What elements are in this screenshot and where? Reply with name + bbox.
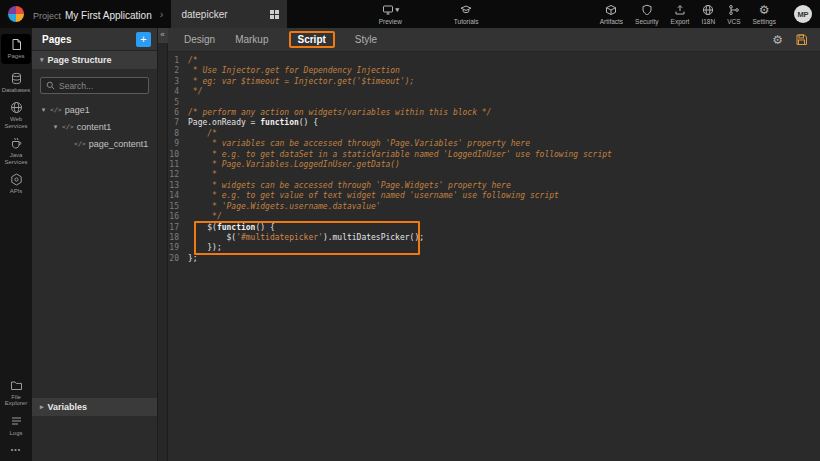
chevron-down-icon[interactable]: ▾ <box>40 106 47 114</box>
widget-code-icon: </> <box>74 140 86 148</box>
artifacts-button[interactable]: Artifacts <box>600 4 623 25</box>
chevron-down-icon[interactable]: ▾ <box>52 123 59 131</box>
widget-code-icon: </> <box>62 123 74 131</box>
i18n-label: I18N <box>701 18 715 25</box>
logs-icon <box>10 415 23 428</box>
variables-header[interactable]: ▸ Variables <box>32 398 157 417</box>
export-button[interactable]: Export <box>671 4 690 25</box>
tree-item-label: page_content1 <box>89 139 149 149</box>
security-button[interactable]: Security <box>635 4 658 25</box>
sidebar-item-java-services[interactable]: Java Services <box>1 137 31 165</box>
line-number: 17 <box>168 223 188 233</box>
code-line[interactable]: 1/* <box>168 56 820 66</box>
preview-button[interactable]: ▾ Preview <box>379 4 402 25</box>
code-line[interactable]: 9 * variables can be accessed through 'P… <box>168 139 820 149</box>
tutorials-label: Tutorials <box>454 18 479 25</box>
page-structure-header[interactable]: ▾ Page Structure <box>32 51 157 70</box>
sidebar-item-apis[interactable]: APIs <box>1 173 31 195</box>
line-number: 1 <box>168 56 188 66</box>
tree-item-content1[interactable]: ▾ </> content1 <box>32 118 157 135</box>
code-line[interactable]: 10 * e.g. to get dataSet in a staticVari… <box>168 150 820 160</box>
code-line[interactable]: 12 * <box>168 170 820 180</box>
code-line[interactable]: 13 * widgets can be accessed through 'Pa… <box>168 181 820 191</box>
tab-markup[interactable]: Markup <box>235 34 268 45</box>
tab-design[interactable]: Design <box>184 34 215 45</box>
widget-code-icon: </> <box>50 106 62 114</box>
folder-icon <box>10 379 23 392</box>
avatar[interactable]: MP <box>794 5 812 23</box>
code-line[interactable]: 15 * 'Page.Widgets.username.datavalue' <box>168 202 820 212</box>
artifacts-icon <box>605 4 617 16</box>
line-number: 8 <box>168 129 188 139</box>
rail-label: File Explorer <box>1 394 31 407</box>
web-services-icon <box>10 101 23 114</box>
line-number: 16 <box>168 212 188 222</box>
security-label: Security <box>635 18 658 25</box>
artifacts-label: Artifacts <box>600 18 623 25</box>
line-number: 4 <box>168 87 188 97</box>
vcs-button[interactable]: VCS <box>727 4 740 25</box>
add-page-button[interactable]: + <box>136 32 151 47</box>
tutorials-button[interactable]: Tutorials <box>454 4 479 25</box>
grid-icon[interactable] <box>270 10 279 19</box>
rail-label: Pages <box>7 53 24 60</box>
page-tab-label: datepicker <box>181 9 227 20</box>
save-icon[interactable] <box>795 33 808 46</box>
code-line[interactable]: 8 /* <box>168 129 820 139</box>
tree-item-label: page1 <box>65 105 90 115</box>
tab-script[interactable]: Script <box>289 31 335 48</box>
code-line[interactable]: 16 */ <box>168 212 820 222</box>
sidebar-item-databases[interactable]: Databases <box>1 72 31 94</box>
code-line[interactable]: 19 }); <box>168 243 820 253</box>
pages-panel-header: Pages + <box>32 28 157 51</box>
tab-style[interactable]: Style <box>355 34 377 45</box>
editor-settings-gear-icon[interactable]: ⚙ <box>772 34 783 46</box>
code-line[interactable]: 6/* perform any action on widgets/variab… <box>168 108 820 118</box>
sidebar-item-web-services[interactable]: Web Services <box>1 101 31 129</box>
security-shield-icon <box>641 4 653 16</box>
left-rail: Pages Databases Web Services Java Servic… <box>0 28 32 461</box>
sidebar-item-logs[interactable]: Logs <box>1 415 31 437</box>
project-name: My First Application <box>65 10 152 21</box>
breadcrumb-chevron-icon: › <box>160 8 164 20</box>
code-line[interactable]: 7Page.onReady = function() { <box>168 118 820 128</box>
panel-bottom-spacer <box>32 417 157 461</box>
database-icon <box>10 72 23 85</box>
i18n-button[interactable]: I18N <box>701 4 715 25</box>
tree-item-page-content1[interactable]: </> page_content1 <box>32 135 157 152</box>
main-area: Pages Databases Web Services Java Servic… <box>0 28 820 461</box>
wavemaker-logo[interactable] <box>8 6 24 22</box>
pages-panel: Pages + ▾ Page Structure ▾ </> page1 ▾ <… <box>32 28 158 461</box>
rail-label: Databases <box>2 87 31 94</box>
script-code-editor[interactable]: 1/*2 * Use Injector.get for Dependency I… <box>168 52 820 461</box>
pages-icon <box>10 38 23 51</box>
java-services-icon <box>10 137 23 150</box>
sidebar-item-file-explorer[interactable]: File Explorer <box>1 379 31 407</box>
code-line[interactable]: 17 $(function() { <box>168 223 820 233</box>
settings-button[interactable]: ⚙ Settings <box>753 4 777 25</box>
vcs-label: VCS <box>727 18 740 25</box>
tree-item-page1[interactable]: ▾ </> page1 <box>32 101 157 118</box>
chevron-right-icon: ▸ <box>40 403 44 411</box>
variables-title: Variables <box>48 402 88 412</box>
code-line[interactable]: 3 * eg: var $timeout = Injector.get('$ti… <box>168 77 820 87</box>
page-tab-datepicker[interactable]: datepicker <box>171 0 287 28</box>
rail-label: APIs <box>10 188 23 195</box>
line-number: 20 <box>168 254 188 264</box>
search-input[interactable] <box>59 81 143 91</box>
rail-label: Java Services <box>1 152 31 165</box>
code-line[interactable]: 11 * Page.Variables.LoggedInUser.getData… <box>168 160 820 170</box>
collapse-panel-button[interactable]: « <box>158 28 168 43</box>
sidebar-item-pages[interactable]: Pages <box>1 34 31 64</box>
code-line[interactable]: 14 * e.g. to get value of text widget na… <box>168 191 820 201</box>
code-line[interactable]: 4 */ <box>168 87 820 97</box>
code-line[interactable]: 20}; <box>168 254 820 264</box>
more-options-icon[interactable]: ••• <box>11 444 21 457</box>
code-line[interactable]: 18 $('#multidatepicker').multiDatesPicke… <box>168 233 820 243</box>
code-line[interactable]: 2 * Use Injector.get for Dependency Inje… <box>168 66 820 76</box>
line-number: 2 <box>168 66 188 76</box>
line-number: 9 <box>168 139 188 149</box>
line-number: 7 <box>168 118 188 128</box>
line-number: 13 <box>168 181 188 191</box>
code-line[interactable]: 5 <box>168 98 820 108</box>
